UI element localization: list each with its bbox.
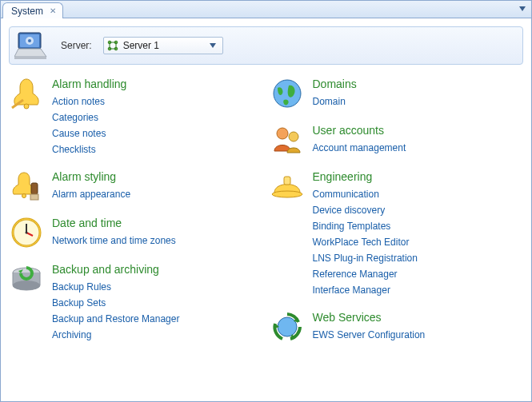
bell-icon (9, 76, 44, 111)
section-body: Alarm handlingAction notesCategoriesCaus… (52, 76, 263, 157)
link-cause-notes[interactable]: Cause notes (52, 125, 263, 141)
section-date-and-time: Date and timeNetwork time and time zones (9, 215, 263, 250)
section-title[interactable]: User accounts (313, 124, 524, 137)
section-body: User accountsAccount management (313, 122, 524, 157)
tab-system[interactable]: System ✕ (2, 2, 63, 18)
server-header-card: Server: Server 1 (9, 26, 523, 65)
link-domain[interactable]: Domain (313, 94, 524, 109)
svg-rect-4 (14, 57, 46, 59)
globe-icon (270, 76, 305, 111)
tab-bar: System ✕ (1, 1, 531, 18)
chevron-down-icon (519, 6, 526, 11)
chevron-down-icon (206, 43, 219, 48)
server-select[interactable]: Server 1 (103, 37, 223, 54)
link-binding-templates[interactable]: Binding Templates (313, 218, 524, 234)
link-device-discovery[interactable]: Device discovery (313, 202, 524, 218)
monitor-gear-icon (14, 30, 50, 62)
section-body: DomainsDomain (313, 76, 524, 111)
close-icon[interactable]: ✕ (48, 6, 58, 15)
link-archiving[interactable]: Archiving (52, 327, 263, 343)
svg-point-10 (22, 194, 26, 198)
section-domains: DomainsDomain (270, 76, 524, 111)
svg-rect-11 (31, 183, 38, 194)
server-label: Server: (61, 40, 92, 51)
section-body: Date and timeNetwork time and time zones (52, 215, 263, 250)
clock-icon (9, 215, 44, 250)
svg-point-20 (289, 132, 298, 141)
link-backup-and-restore-manager[interactable]: Backup and Restore Manager (52, 311, 263, 327)
link-reference-manager[interactable]: Reference Manager (313, 266, 524, 282)
section-body: Alarm stylingAlarm appearance (52, 169, 263, 204)
section-alarm-handling: Alarm handlingAction notesCategoriesCaus… (9, 76, 263, 157)
tab-menu-button[interactable] (517, 3, 528, 14)
recycle-icon (270, 309, 305, 344)
link-network-time-and-time-zones[interactable]: Network time and time zones (52, 233, 263, 249)
section-body: Web ServicesEWS Server Configuration (313, 309, 524, 344)
users-icon (270, 122, 305, 157)
server-select-value: Server 1 (123, 40, 202, 51)
panel-body: Server: Server 1 Alarm hand (1, 18, 531, 401)
link-workplace-tech-editor[interactable]: WorkPlace Tech Editor (313, 234, 524, 250)
right-column: DomainsDomainUser accountsAccount manage… (270, 76, 524, 356)
section-engineering: EngineeringCommunicationDevice discovery… (270, 169, 524, 298)
hardhat-icon (270, 169, 305, 204)
backup-icon (9, 261, 44, 297)
link-alarm-appearance[interactable]: Alarm appearance (52, 186, 263, 202)
section-title[interactable]: Web Services (313, 311, 524, 324)
svg-point-15 (26, 232, 28, 234)
svg-rect-12 (30, 194, 38, 200)
section-title[interactable]: Domains (313, 78, 524, 90)
section-body: Backup and archivingBackup RulesBackup S… (52, 261, 263, 343)
link-categories[interactable]: Categories (52, 109, 263, 125)
svg-point-23 (278, 317, 297, 336)
section-title[interactable]: Engineering (313, 170, 524, 183)
section-title[interactable]: Backup and archiving (52, 263, 263, 276)
section-title[interactable]: Alarm styling (52, 170, 263, 183)
section-body: EngineeringCommunicationDevice discovery… (313, 169, 524, 298)
svg-point-19 (277, 128, 288, 139)
tab-label: System (11, 6, 43, 17)
link-backup-rules[interactable]: Backup Rules (52, 279, 263, 295)
system-panel: System ✕ Server: (0, 0, 532, 402)
section-alarm-styling: Alarm stylingAlarm appearance (9, 169, 263, 204)
section-user-accounts: User accountsAccount management (270, 122, 524, 157)
section-title[interactable]: Alarm handling (52, 78, 263, 90)
link-checklists[interactable]: Checklists (52, 141, 263, 157)
link-lns-plug-in-registration[interactable]: LNS Plug-in Registration (313, 250, 524, 266)
section-web-services: Web ServicesEWS Server Configuration (270, 309, 524, 344)
bell-brush-icon (9, 169, 44, 204)
link-action-notes[interactable]: Action notes (52, 94, 263, 109)
left-column: Alarm handlingAction notesCategoriesCaus… (9, 76, 263, 356)
section-backup-and-archiving: Backup and archivingBackup RulesBackup S… (9, 261, 263, 343)
link-ews-server-configuration[interactable]: EWS Server Configuration (313, 327, 524, 343)
link-communication[interactable]: Communication (313, 186, 524, 202)
svg-rect-21 (284, 177, 290, 185)
content-columns: Alarm handlingAction notesCategoriesCaus… (9, 76, 523, 356)
svg-point-22 (272, 191, 302, 197)
link-backup-sets[interactable]: Backup Sets (52, 295, 263, 311)
network-icon (107, 40, 118, 51)
link-interface-manager[interactable]: Interface Manager (313, 282, 524, 298)
svg-point-3 (28, 39, 31, 42)
svg-point-17 (13, 281, 40, 290)
svg-point-9 (24, 104, 29, 109)
link-account-management[interactable]: Account management (313, 140, 524, 156)
section-title[interactable]: Date and time (52, 217, 263, 229)
